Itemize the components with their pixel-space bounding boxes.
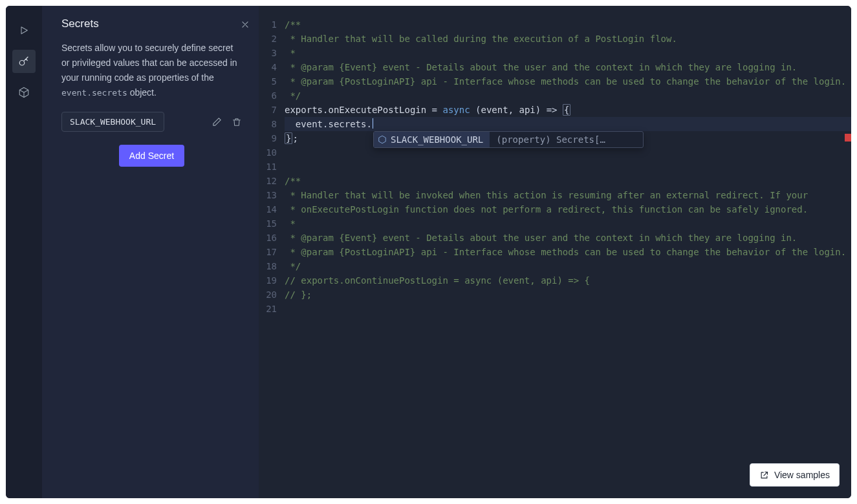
modules-nav-button[interactable] [12,81,36,104]
panel-title: Secrets [61,17,242,30]
code-line[interactable]: * @param {PostLoginAPI} api - Interface … [285,74,851,89]
line-gutter: 123456789101112131415161718192021 [259,17,285,498]
add-secret-button[interactable]: Add Secret [119,145,184,167]
code-line[interactable]: event.secrets. [285,117,851,131]
autocomplete-item[interactable]: SLACK_WEBHOOK_URL [374,132,490,147]
code-line[interactable]: * Handler that will be invoked when this… [285,188,851,202]
desc-text-2: object. [127,87,157,98]
secrets-panel: Secrets Secrets allow you to securely de… [42,6,259,498]
edit-secret-button[interactable] [212,116,222,127]
panel-description: Secrets allow you to securely define sec… [61,41,242,100]
code-line[interactable]: /** [285,17,851,32]
code-editor[interactable]: 123456789101112131415161718192021 SLACK_… [259,6,851,498]
code-lines[interactable]: SLACK_WEBHOOK_URL (property) Secrets[… /… [285,17,851,498]
code-line[interactable]: * Handler that will be called during the… [285,32,851,46]
code-line[interactable]: * @param {Event} event - Details about t… [285,231,851,245]
app-root: Secrets Secrets allow you to securely de… [6,6,851,498]
code-line[interactable]: /** [285,174,851,188]
code-line[interactable]: */ [285,89,851,103]
code-line[interactable]: // exports.onContinuePostLogin = async (… [285,273,851,288]
code-line[interactable]: * @param {PostLoginAPI} api - Interface … [285,245,851,259]
view-samples-label: View samples [774,470,830,480]
code-line[interactable]: // }; [285,288,851,302]
secret-row: SLACK_WEBHOOK_URL [61,112,242,132]
view-samples-button[interactable]: View samples [750,463,840,487]
run-button[interactable] [12,19,36,42]
left-toolbar [6,6,42,498]
code-line[interactable] [285,302,851,316]
desc-code: event.secrets [61,88,127,98]
code-line[interactable]: exports.onExecutePostLogin = async (even… [285,103,851,117]
code-line[interactable]: */ [285,259,851,273]
delete-secret-button[interactable] [232,117,242,127]
external-link-icon [759,470,769,480]
secrets-nav-button[interactable] [12,50,36,73]
code-line[interactable]: * [285,216,851,231]
autocomplete-meta: (property) Secrets[… [490,132,612,147]
autocomplete-popup[interactable]: SLACK_WEBHOOK_URL (property) Secrets[… [373,131,644,148]
autocomplete-item-label: SLACK_WEBHOOK_URL [391,132,483,147]
code-line[interactable]: * [285,46,851,60]
code-line[interactable]: * onExecutePostLogin function does not p… [285,202,851,216]
close-panel-button[interactable] [241,20,250,32]
code-line[interactable]: * @param {Event} event - Details about t… [285,60,851,74]
code-line[interactable] [285,160,851,174]
desc-text-1: Secrets allow you to securely define sec… [61,43,237,83]
secret-chip[interactable]: SLACK_WEBHOOK_URL [61,112,164,132]
